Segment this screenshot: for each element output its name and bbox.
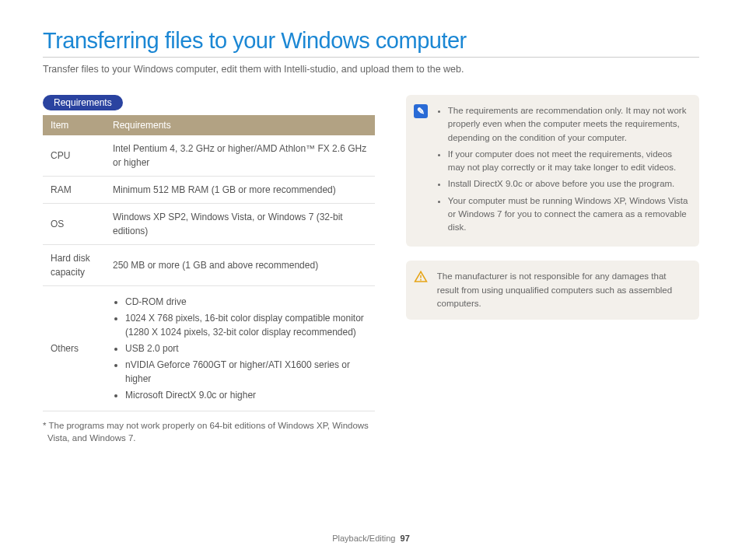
table-row: RAM Minimum 512 MB RAM (1 GB or more rec… — [43, 177, 375, 204]
list-item: CD-ROM drive — [125, 295, 367, 309]
list-item: Microsoft DirectX 9.0c or higher — [125, 388, 367, 402]
footnote: * The programs may not work properly on … — [43, 419, 375, 444]
list-item: Your computer must be running Windows XP… — [448, 194, 688, 235]
list-item: Install DirectX 9.0c or above before you… — [448, 177, 688, 191]
page-title: Transferring files to your Windows compu… — [43, 28, 699, 58]
requirements-table: Item Requirements CPU Intel Pentium 4, 3… — [43, 115, 375, 411]
intro-text: Transfer files to your Windows computer,… — [43, 64, 699, 75]
left-column: Requirements Item Requirements CPU Intel… — [43, 95, 375, 444]
table-row: Hard disk capacity 250 MB or more (1 GB … — [43, 245, 375, 286]
table-row: CPU Intel Pentium 4, 3.2 GHz or higher/A… — [43, 135, 375, 177]
list-item: nVIDIA Geforce 7600GT or higher/ATI X160… — [125, 358, 367, 386]
page-footer: Playback/Editing 97 — [0, 534, 742, 543]
page-number: 97 — [401, 534, 410, 543]
info-note-box: ✎ The requirements are recommendation on… — [406, 95, 699, 247]
warning-note-box: The manufacturer is not responsible for … — [406, 261, 699, 320]
requirements-badge: Requirements — [43, 95, 123, 110]
table-row-others: Others CD-ROM drive 1024 X 768 pixels, 1… — [43, 286, 375, 411]
footer-section: Playback/Editing — [332, 534, 395, 543]
svg-point-1 — [420, 279, 422, 281]
note-icon: ✎ — [414, 104, 428, 118]
warning-icon — [414, 270, 428, 284]
list-item: The requirements are recommendation only… — [448, 104, 688, 145]
table-row: OS Windows XP SP2, Windows Vista, or Win… — [43, 204, 375, 245]
warning-text: The manufacturer is not responsible for … — [437, 271, 672, 308]
list-item: 1024 X 768 pixels, 16-bit color display … — [125, 311, 367, 339]
list-item: USB 2.0 port — [125, 341, 367, 355]
col-item: Item — [43, 115, 105, 135]
list-item: If your computer does not meet the requi… — [448, 148, 688, 175]
col-requirements: Requirements — [105, 115, 375, 135]
right-column: ✎ The requirements are recommendation on… — [406, 95, 699, 444]
